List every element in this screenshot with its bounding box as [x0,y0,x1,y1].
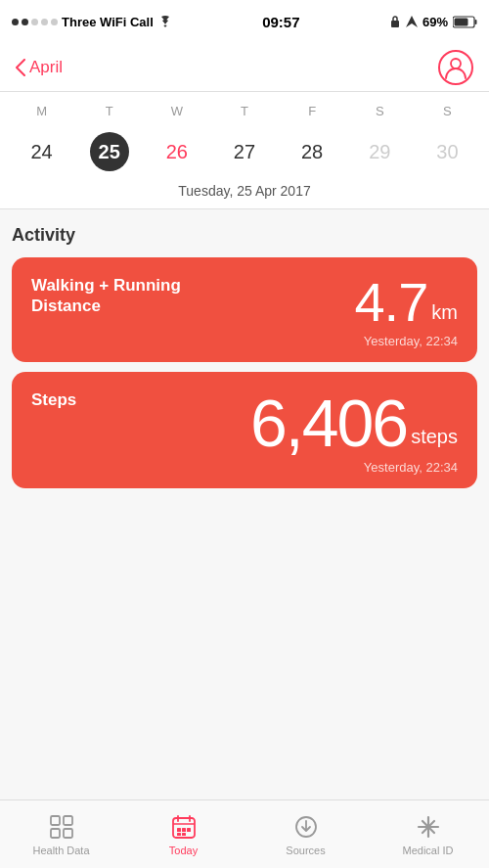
cal-date-27[interactable]: 27 [210,135,278,169]
dot-4 [41,19,48,25]
walk-unit: km [431,301,458,330]
dot-3 [31,19,38,25]
svg-rect-8 [51,829,60,838]
avatar[interactable] [438,50,473,85]
svg-rect-9 [64,829,72,838]
svg-rect-14 [177,828,181,832]
cal-date-30: 30 [414,135,481,169]
medical-id-icon [415,813,442,841]
tab-today[interactable]: Today [122,813,244,856]
walk-timestamp: Yesterday, 22:34 [31,334,458,348]
svg-rect-15 [182,828,186,832]
day-wed: W [143,104,210,118]
steps-label: Steps [31,389,76,410]
day-sat: S [346,104,414,118]
wifi-icon [157,16,173,27]
svg-rect-7 [64,816,72,825]
cal-date-24[interactable]: 24 [8,135,75,169]
svg-rect-16 [187,828,191,832]
cal-date-29: 29 [346,135,414,169]
cal-date-28[interactable]: 28 [279,135,346,169]
back-chevron-icon [16,59,25,76]
svg-rect-0 [391,21,399,27]
steps-timestamp: Yesterday, 22:34 [31,460,458,475]
sources-label: Sources [286,845,325,856]
battery-label: 69% [422,15,448,29]
dot-5 [51,19,58,25]
walk-value-group: 4.7 km [354,275,458,330]
status-right: 69% [389,15,477,29]
dot-2 [22,19,28,25]
medical-id-label: Medical ID [403,845,454,856]
selected-date-label: Tuesday, 25 Apr 2017 [8,183,481,199]
carrier-label: Three WiFi Call [62,15,154,29]
back-button[interactable]: April [16,58,63,77]
tab-bar: Health Data Today [0,799,489,868]
tab-health-data[interactable]: Health Data [0,813,122,856]
tab-medical-id[interactable]: Medical ID [367,813,489,856]
today-icon [170,813,198,841]
svg-point-5 [451,59,461,69]
card-top-steps: Steps 6,406 steps [31,389,458,456]
calendar-dates: 24 25 26 27 28 29 30 [8,126,481,177]
tab-sources[interactable]: Sources [244,813,367,856]
nav-bar: April [0,43,489,92]
svg-rect-6 [51,816,60,825]
svg-rect-17 [177,833,181,836]
day-tue: T [75,104,143,118]
steps-value: 6,406 [250,389,407,456]
location-icon [406,16,418,27]
svg-rect-18 [182,833,186,836]
status-left: Three WiFi Call [12,15,173,29]
day-sun: S [414,104,481,118]
status-bar: Three WiFi Call 09:57 69% [0,0,489,43]
today-label: Today [169,845,198,856]
calendar: M T W T F S S 24 25 26 27 28 29 30 Tuesd… [0,92,489,209]
day-fri: F [279,104,346,118]
steps-unit: steps [411,426,458,456]
walking-running-card[interactable]: Walking + Running Distance 4.7 km Yester… [12,257,477,362]
signal-dots [12,19,58,25]
walk-value: 4.7 [354,275,427,330]
battery-icon [453,16,477,28]
svg-rect-4 [454,18,467,25]
back-label: April [29,58,63,77]
activity-section-title: Activity [12,225,477,246]
day-thu: T [210,104,278,118]
health-data-icon [48,813,75,841]
dot-1 [12,19,19,25]
main-content: Activity Walking + Running Distance 4.7 … [0,209,489,799]
steps-card[interactable]: Steps 6,406 steps Yesterday, 22:34 [12,372,477,488]
lock-icon [389,15,401,28]
status-time: 09:57 [262,14,299,30]
profile-icon [443,55,468,80]
svg-rect-3 [474,20,476,24]
cal-date-25[interactable]: 25 [75,126,143,177]
health-data-label: Health Data [32,845,89,856]
day-mon: M [8,104,75,118]
steps-value-group: 6,406 steps [250,389,458,456]
walk-label: Walking + Running Distance [31,275,198,317]
calendar-days-header: M T W T F S S [8,104,481,118]
cal-date-26[interactable]: 26 [143,135,210,169]
sources-icon [292,813,320,841]
card-top-walk: Walking + Running Distance 4.7 km [31,275,458,330]
svg-marker-1 [406,16,418,27]
